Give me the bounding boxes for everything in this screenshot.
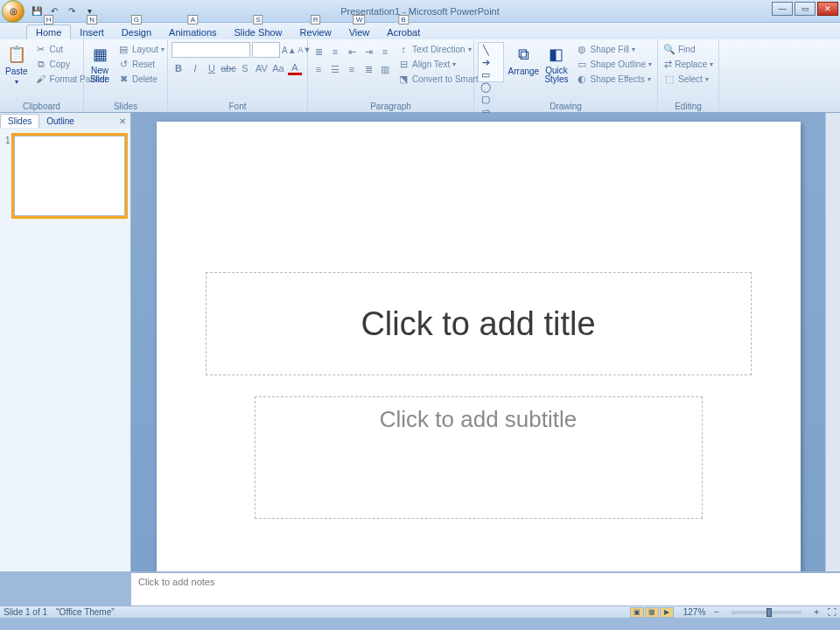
font-size-combo[interactable]: [252, 42, 280, 58]
redo-icon[interactable]: ↷: [65, 4, 79, 18]
change-case-button[interactable]: Aa: [271, 61, 285, 75]
shapes-gallery[interactable]: ╲ ➔ ▭ ◯ ▢ ⇨ ∠ { } ☆: [478, 42, 504, 82]
layout-icon: ▤: [117, 43, 130, 55]
group-label: Slides: [88, 100, 164, 111]
status-bar: Slide 1 of 1 "Office Theme" ▣ ▦ ▶ 127% −…: [0, 606, 840, 618]
arrange-icon: ⧉: [513, 44, 534, 65]
title-placeholder-text: Click to add title: [360, 305, 595, 343]
reset-icon: ↺: [117, 58, 130, 70]
zoom-slider[interactable]: [732, 611, 802, 614]
text-direction-icon: ↕: [397, 43, 410, 55]
delete-button[interactable]: ✖Delete: [116, 72, 166, 86]
notes-pane[interactable]: Click to add notes: [131, 571, 840, 606]
group-slides: ▦ New Slide ▤Layout▾ ↺Reset ✖Delete Slid…: [84, 39, 168, 112]
replace-button[interactable]: ⇄Replace▾: [662, 57, 715, 71]
cut-icon: ✂: [35, 43, 47, 55]
slideshow-view-button[interactable]: ▶: [660, 607, 674, 618]
slide[interactable]: Click to add title Click to add subtitle: [157, 122, 801, 571]
quick-styles-icon: ◧: [546, 44, 567, 65]
panel-tab-outline[interactable]: Outline: [39, 115, 81, 128]
underline-button[interactable]: U: [205, 61, 219, 75]
justify-button[interactable]: ≣: [361, 62, 375, 76]
reset-button[interactable]: ↺Reset: [116, 57, 166, 71]
paste-button[interactable]: 📋 Paste ▾: [4, 42, 30, 88]
shadow-button[interactable]: S: [238, 61, 252, 75]
thumbnail-list[interactable]: 1: [0, 129, 130, 571]
tab-insert[interactable]: NInsert: [71, 25, 113, 39]
vertical-scrollbar[interactable]: [825, 113, 840, 571]
shape-line-icon: ╲: [480, 45, 491, 55]
shape-outline-button[interactable]: ▭Shape Outline▾: [574, 57, 654, 71]
brush-icon: 🖌: [35, 73, 47, 85]
notes-placeholder: Click to add notes: [138, 577, 214, 587]
group-drawing: ╲ ➔ ▭ ◯ ▢ ⇨ ∠ { } ☆ ⧉Arrange ◧Quick Styl…: [474, 39, 658, 112]
numbering-button[interactable]: ≡: [328, 45, 342, 59]
tab-slideshow[interactable]: SSlide Show: [226, 25, 291, 39]
sorter-view-button[interactable]: ▦: [645, 607, 659, 618]
fit-window-button[interactable]: ⛶: [828, 607, 836, 617]
zoom-level[interactable]: 127%: [683, 607, 706, 617]
thumb-number: 1: [5, 136, 10, 216]
shape-arrow-icon: ➔: [480, 57, 491, 67]
tab-design[interactable]: GDesign: [113, 25, 160, 39]
paste-icon: 📋: [6, 44, 27, 65]
tab-review[interactable]: RReview: [291, 25, 340, 39]
thumb-preview[interactable]: [14, 136, 125, 216]
subtitle-placeholder-text: Click to add subtitle: [380, 406, 577, 433]
save-icon[interactable]: 💾: [30, 4, 44, 18]
quick-styles-button[interactable]: ◧Quick Styles: [542, 42, 570, 86]
new-slide-button[interactable]: ▦ New Slide: [88, 42, 112, 86]
zoom-in-button[interactable]: +: [814, 607, 819, 617]
tab-animations[interactable]: AAnimations: [160, 25, 225, 39]
slide-thumbnail[interactable]: 1: [5, 136, 125, 216]
shape-effects-button[interactable]: ◐Shape Effects▾: [574, 72, 654, 86]
find-button[interactable]: 🔍Find: [662, 42, 715, 56]
chevron-down-icon: ▾: [161, 46, 164, 53]
zoom-out-button[interactable]: −: [714, 607, 719, 617]
group-label: Clipboard: [4, 100, 80, 111]
copy-icon: ⧉: [35, 58, 47, 70]
char-spacing-button[interactable]: AV: [255, 61, 269, 75]
close-button[interactable]: ✕: [817, 2, 838, 16]
shape-oval-icon: ◯: [480, 81, 491, 92]
ribbon: 📋 Paste ▾ ✂Cut ⧉Copy 🖌Format Painter Cli…: [0, 39, 840, 113]
line-spacing-button[interactable]: ≡: [378, 45, 392, 59]
find-icon: 🔍: [663, 43, 676, 55]
normal-view-button[interactable]: ▣: [630, 607, 644, 618]
group-font: A▲ A▼ B I U abc S AV Aa A Font: [168, 39, 308, 112]
columns-button[interactable]: ▥: [378, 62, 392, 76]
shape-fill-button[interactable]: ◍Shape Fill▾: [574, 42, 654, 56]
align-center-button[interactable]: ☰: [328, 62, 342, 76]
panel-close-button[interactable]: ✕: [115, 116, 130, 126]
effects-icon: ◐: [576, 73, 588, 85]
fill-icon: ◍: [576, 43, 588, 55]
bold-button[interactable]: B: [172, 61, 186, 75]
align-left-button[interactable]: ≡: [312, 62, 326, 76]
title-placeholder[interactable]: Click to add title: [206, 272, 752, 375]
panel-tabs: Slides Outline ✕: [0, 113, 130, 129]
shape-rect-icon: ▭: [480, 69, 491, 80]
ribbon-tabs: HHome NInsert GDesign AAnimations SSlide…: [0, 23, 840, 39]
subtitle-placeholder[interactable]: Click to add subtitle: [255, 396, 703, 519]
maximize-button[interactable]: ▭: [794, 2, 816, 16]
layout-button[interactable]: ▤Layout▾: [116, 42, 166, 56]
italic-button[interactable]: I: [188, 61, 202, 75]
tab-home[interactable]: HHome: [26, 24, 71, 39]
decrease-indent-button[interactable]: ⇤: [345, 45, 359, 59]
select-button[interactable]: ⬚Select▾: [662, 72, 715, 86]
grow-font-icon[interactable]: A▲: [282, 46, 297, 55]
arrange-button[interactable]: ⧉Arrange: [508, 42, 539, 78]
strike-button[interactable]: abc: [221, 61, 235, 75]
slide-canvas-area[interactable]: Click to add title Click to add subtitle: [131, 113, 825, 571]
group-label: Editing: [662, 100, 715, 111]
tab-view[interactable]: WView: [340, 25, 379, 39]
align-right-button[interactable]: ≡: [345, 62, 359, 76]
font-color-button[interactable]: A: [288, 61, 302, 75]
office-button[interactable]: ◎: [2, 0, 24, 23]
font-name-combo[interactable]: [172, 42, 250, 58]
minimize-button[interactable]: —: [772, 2, 793, 16]
increase-indent-button[interactable]: ⇥: [361, 45, 375, 59]
tab-acrobat[interactable]: BAcrobat: [378, 25, 429, 39]
panel-tab-slides[interactable]: Slides: [0, 114, 39, 128]
bullets-button[interactable]: ≣: [312, 45, 326, 59]
